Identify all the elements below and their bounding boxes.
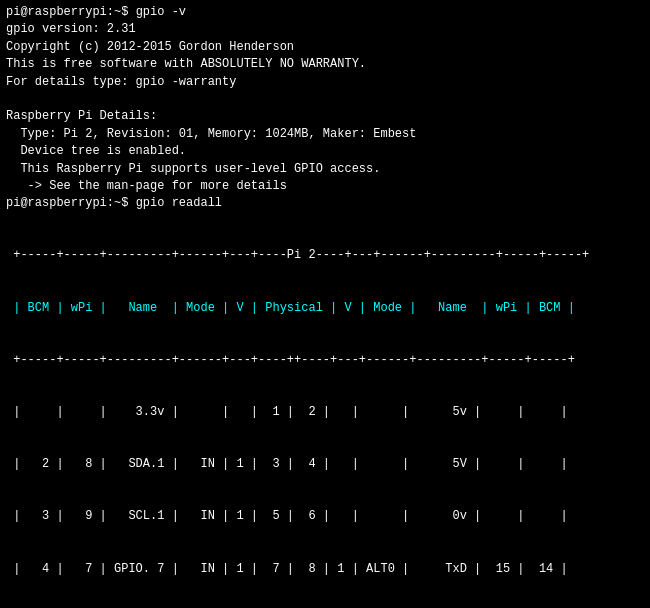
- output-type: Type: Pi 2, Revision: 01, Memory: 1024MB…: [6, 126, 644, 143]
- gpio-table: +-----+-----+---------+------+---+----Pi…: [6, 213, 644, 608]
- table-row: | 4 | 7 | GPIO. 7 | IN | 1 | 7 | 8 | 1 |…: [6, 561, 644, 578]
- output-rpi-details: Raspberry Pi Details:: [6, 108, 644, 125]
- command-line-1: pi@raspberrypi:~$ gpio -v: [6, 4, 644, 21]
- command-line-2: pi@raspberrypi:~$ gpio readall: [6, 195, 644, 212]
- output-warranty1: This is free software with ABSOLUTELY NO…: [6, 56, 644, 73]
- table-border-mid: +-----+-----+---------+------+---+----++…: [6, 352, 644, 369]
- table-header: | BCM | wPi | Name | Mode | V | Physical…: [6, 300, 644, 317]
- table-row: | 2 | 8 | SDA.1 | IN | 1 | 3 | 4 | | | 5…: [6, 456, 644, 473]
- output-version: gpio version: 2.31: [6, 21, 644, 38]
- output-manpage: -> See the man-page for more details: [6, 178, 644, 195]
- output-device-tree: Device tree is enabled.: [6, 143, 644, 160]
- table-border-top: +-----+-----+---------+------+---+----Pi…: [6, 247, 644, 264]
- table-row: | | | 3.3v | | | 1 | 2 | | | 5v | | |: [6, 404, 644, 421]
- terminal: pi@raspberrypi:~$ gpio -v gpio version: …: [0, 0, 650, 608]
- output-warranty2: For details type: gpio -warranty: [6, 74, 644, 91]
- blank1: [6, 91, 644, 108]
- output-copyright: Copyright (c) 2012-2015 Gordon Henderson: [6, 39, 644, 56]
- table-row: | 3 | 9 | SCL.1 | IN | 1 | 5 | 6 | | | 0…: [6, 508, 644, 525]
- output-gpio-access: This Raspberry Pi supports user-level GP…: [6, 161, 644, 178]
